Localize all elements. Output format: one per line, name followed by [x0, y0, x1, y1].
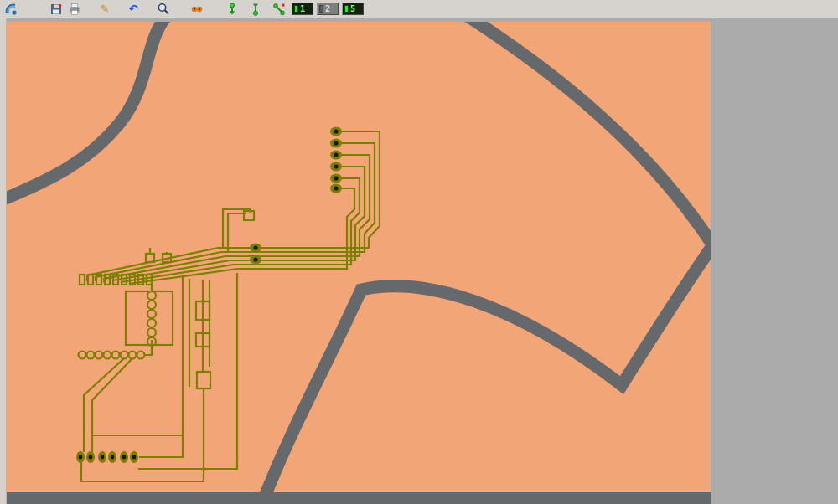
pcb-view: [7, 18, 711, 504]
layer-led: [344, 5, 349, 13]
plot-check-icon: [272, 3, 286, 16]
plot-down-button[interactable]: [223, 2, 241, 17]
layer-1-button[interactable]: 1: [292, 3, 313, 15]
layer-5-button[interactable]: 5: [342, 3, 364, 15]
zoom-button[interactable]: [154, 2, 173, 17]
toolbar: ✎ ↶: [0, 0, 838, 18]
mill-button[interactable]: [188, 2, 206, 17]
left-margin-strip: [0, 18, 7, 504]
layer-number: 1: [300, 4, 305, 13]
board-icon[interactable]: [2, 2, 20, 17]
layer-led: [294, 5, 298, 13]
print-button[interactable]: [65, 2, 84, 17]
layer-number: 5: [350, 4, 355, 13]
magnifier-icon: [157, 3, 170, 16]
undo-button[interactable]: ↶: [124, 2, 142, 17]
save-button[interactable]: [47, 2, 65, 17]
mill-icon: [190, 3, 204, 16]
plot-down-icon: [225, 3, 239, 16]
pencil-icon: ✎: [101, 3, 110, 14]
layer-number: 2: [325, 4, 330, 13]
save-icon: [49, 3, 63, 16]
edit-button[interactable]: ✎: [96, 2, 114, 17]
pcb-canvas[interactable]: [7, 18, 711, 504]
plot-up-icon: [249, 3, 262, 16]
plot-check-button[interactable]: [270, 2, 288, 17]
canvas-outside-area: [711, 18, 838, 504]
print-icon: [68, 3, 81, 16]
board-icon-glyph: [4, 3, 18, 16]
layer-led: [319, 5, 323, 13]
bottom-groove: [7, 492, 711, 504]
undo-icon: ↶: [129, 3, 138, 14]
plot-up-button[interactable]: [246, 2, 265, 17]
layer-2-button[interactable]: 2: [317, 3, 339, 15]
